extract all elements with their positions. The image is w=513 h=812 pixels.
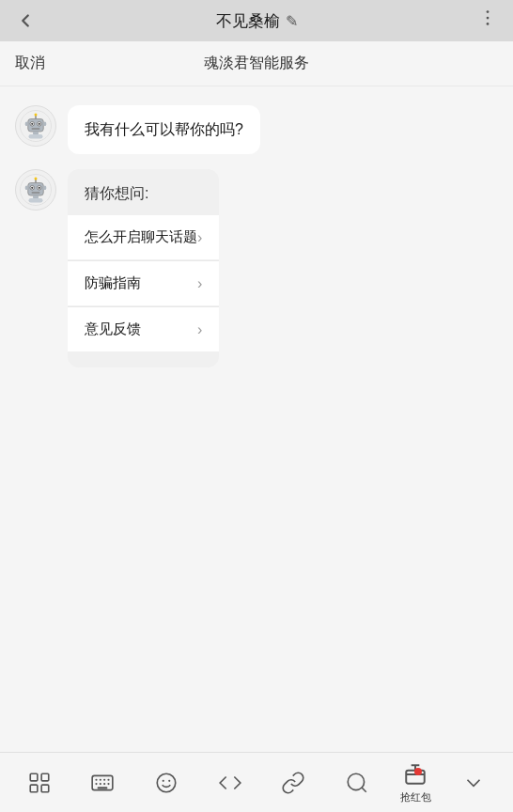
svg-rect-30 — [41, 773, 49, 781]
svg-rect-9 — [32, 128, 40, 130]
bot-message-text: 我有什么可以帮你的吗? — [85, 121, 243, 137]
svg-line-47 — [362, 788, 366, 792]
apps-button[interactable] — [19, 762, 60, 804]
code-button[interactable] — [210, 762, 251, 804]
bot-avatar — [15, 105, 56, 147]
suggestions-header: 猜你想问: — [68, 184, 219, 215]
back-button[interactable] — [15, 10, 36, 31]
svg-point-21 — [39, 187, 40, 189]
suggestions-card: 猜你想问: 怎么开启聊天话题 › 防骗指南 › 意见反馈 › — [68, 169, 219, 367]
svg-point-46 — [348, 773, 364, 789]
suggestion-item-3[interactable]: 意见反馈 › — [68, 306, 219, 351]
svg-point-11 — [35, 114, 38, 117]
more-button[interactable] — [477, 8, 498, 34]
status-bar-left — [15, 10, 36, 31]
svg-point-8 — [39, 123, 40, 125]
edit-icon[interactable]: ✎ — [286, 12, 298, 30]
link-button[interactable] — [272, 762, 314, 804]
red-dot-badge — [414, 768, 422, 775]
svg-point-20 — [31, 187, 33, 189]
grab-label: 抢红包 — [400, 792, 431, 803]
message-row-1: 我有什么可以帮你的吗? — [15, 105, 498, 154]
svg-rect-14 — [25, 122, 28, 127]
suggestions-row: 猜你想问: 怎么开启聊天话题 › 防骗指南 › 意见反馈 › — [15, 169, 498, 367]
svg-point-43 — [157, 773, 176, 792]
keyboard-button[interactable] — [82, 762, 123, 804]
grab-red-packet-button[interactable]: 抢红包 — [400, 762, 431, 803]
service-title: 魂淡君智能服务 — [204, 54, 309, 73]
svg-rect-31 — [30, 785, 38, 792]
suggestion-label-1: 怎么开启聊天话题 — [85, 228, 197, 246]
svg-rect-32 — [41, 785, 49, 792]
chevron-right-icon-3: › — [197, 321, 202, 338]
svg-rect-29 — [30, 773, 38, 781]
suggestion-label-2: 防骗指南 — [85, 274, 141, 292]
svg-rect-12 — [33, 132, 39, 134]
title-text: 不见桑榆 — [216, 10, 280, 32]
chat-title: 不见桑榆 ✎ — [216, 10, 298, 32]
search-button[interactable] — [336, 762, 378, 804]
cancel-button[interactable]: 取消 — [15, 54, 45, 73]
status-bar: 不见桑榆 ✎ — [0, 0, 513, 41]
svg-rect-28 — [43, 186, 46, 191]
chat-area: 我有什么可以帮你的吗? 猜你想问: — [0, 86, 513, 752]
bot-avatar-2 — [15, 169, 56, 211]
svg-point-1 — [487, 17, 490, 20]
svg-rect-25 — [33, 195, 39, 198]
suggestion-item-1[interactable]: 怎么开启聊天话题 › — [68, 215, 219, 259]
suggestion-label-3: 意见反馈 — [85, 320, 141, 338]
svg-point-7 — [31, 123, 33, 125]
chevron-right-icon-2: › — [197, 275, 202, 292]
svg-rect-13 — [29, 134, 43, 139]
svg-rect-26 — [29, 198, 43, 203]
svg-point-0 — [487, 10, 490, 13]
sub-header: 取消 魂淡君智能服务 — [0, 41, 513, 86]
chevron-right-icon-1: › — [197, 229, 202, 246]
bottom-toolbar: 抢红包 — [0, 752, 513, 812]
svg-rect-22 — [32, 192, 40, 194]
emoji-button[interactable] — [146, 762, 187, 804]
svg-rect-15 — [43, 122, 46, 127]
bot-message-bubble: 我有什么可以帮你的吗? — [68, 105, 260, 154]
collapse-button[interactable] — [453, 762, 494, 804]
svg-point-24 — [35, 178, 38, 180]
suggestion-item-2[interactable]: 防骗指南 › — [68, 260, 219, 305]
svg-point-2 — [487, 23, 490, 25]
svg-rect-27 — [25, 186, 28, 191]
